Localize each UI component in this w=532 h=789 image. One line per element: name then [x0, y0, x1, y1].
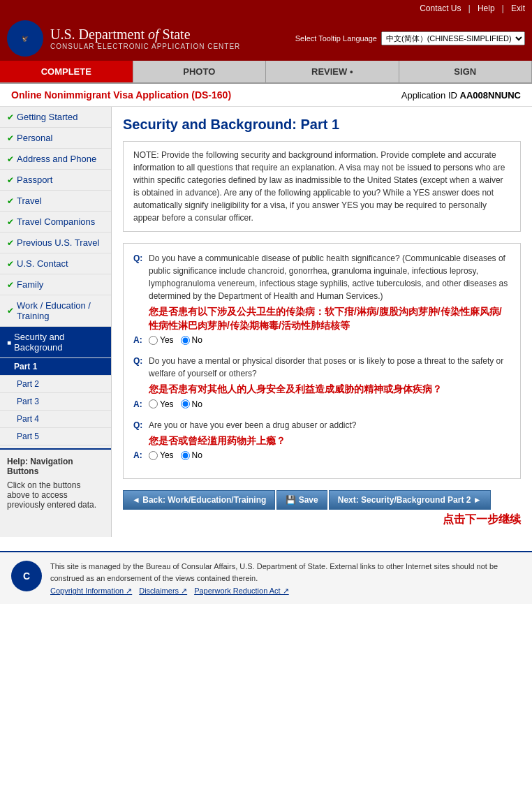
check-icon: ✔: [7, 112, 14, 122]
dept-title: U.S. Department of State CONSULAR ELECTR…: [50, 27, 240, 50]
app-id-bar: Online Nonimmigrant Visa Application (DS…: [0, 84, 532, 107]
radio-no-3[interactable]: No: [181, 450, 202, 460]
header: 🦅 U.S. Department of State CONSULAR ELEC…: [0, 16, 532, 61]
save-button[interactable]: 💾 Save: [276, 490, 327, 510]
qa-item-3: Q: Are you or have you ever been a drug …: [133, 419, 510, 461]
radio-yes-2[interactable]: Yes: [149, 399, 174, 409]
question-2: Q: Do you have a mental or physical diso…: [133, 355, 510, 380]
form-link[interactable]: Online Nonimmigrant Visa Application (DS…: [11, 89, 231, 101]
radio-yes-3[interactable]: Yes: [149, 450, 174, 460]
paperwork-link[interactable]: Paperwork Reduction Act ↗: [194, 587, 289, 596]
exit-link[interactable]: Exit: [511, 3, 525, 13]
tab-sign[interactable]: SIGN: [399, 61, 533, 82]
tab-photo[interactable]: PHOTO: [133, 61, 267, 82]
qa-section: Q: Do you have a communicable disease of…: [123, 243, 521, 479]
main-layout: ✔ Getting Started ✔ Personal ✔ Address a…: [0, 107, 532, 537]
sidebar-item-prev-us-travel[interactable]: ✔ Previous U.S. Travel: [0, 233, 111, 253]
sidebar-item-us-contact[interactable]: ✔ U.S. Contact: [0, 253, 111, 274]
check-icon: ✔: [7, 175, 14, 185]
radio-yes-1[interactable]: Yes: [149, 335, 174, 345]
sidebar-item-work-education[interactable]: ✔ Work / Education / Training: [0, 295, 111, 327]
sidebar-sub-part2[interactable]: Part 2: [0, 376, 111, 393]
check-icon: ✔: [7, 196, 14, 206]
footer: C This site is managed by the Bureau of …: [0, 551, 532, 604]
radio-no-1[interactable]: No: [181, 335, 202, 345]
sidebar-sub-part3[interactable]: Part 3: [0, 393, 111, 411]
app-id-value: AA008NNUNC: [460, 90, 521, 101]
sidebar-item-travel-companions[interactable]: ✔ Travel Companions: [0, 212, 111, 233]
question-1: Q: Do you have a communicable disease of…: [133, 252, 510, 302]
check-icon: ✔: [7, 259, 14, 269]
tooltip-1: 您是否患有以下涉及公共卫生的传染病：软下疳/淋病/腹股沟肉芽肿/传染性麻风病/性…: [149, 305, 510, 332]
copyright-link[interactable]: Copyright Information ↗: [50, 587, 132, 596]
sidebar-sub-part5[interactable]: Part 5: [0, 428, 111, 445]
radio-no-2[interactable]: No: [181, 399, 202, 409]
footer-seal: C: [11, 561, 42, 591]
language-dropdown[interactable]: 中文(简体）(CHINESE-SIMPLIFIED): [381, 31, 525, 45]
answer-2: A: Yes No: [133, 399, 510, 409]
dept-subtitle: CONSULAR ELECTRONIC APPLICATION CENTER: [50, 43, 240, 50]
radio-group-1[interactable]: Yes No: [149, 335, 202, 345]
square-icon: ■: [7, 339, 11, 346]
sidebar-item-travel[interactable]: ✔ Travel: [0, 191, 111, 212]
sidebar-item-family[interactable]: ✔ Family: [0, 274, 111, 295]
nav-tabs: COMPLETE PHOTO REVIEW SIGN: [0, 61, 532, 84]
check-icon: ✔: [7, 217, 14, 227]
check-icon: ✔: [7, 154, 14, 164]
language-selector[interactable]: Select Tooltip Language 中文(简体）(CHINESE-S…: [295, 31, 525, 45]
sidebar-item-getting-started[interactable]: ✔ Getting Started: [0, 107, 111, 128]
answer-1: A: Yes No: [133, 335, 510, 345]
sidebar-item-security[interactable]: ■ Security and Background: [0, 327, 111, 358]
page-title: Security and Background: Part 1: [123, 117, 521, 133]
tab-complete[interactable]: COMPLETE: [0, 61, 133, 82]
check-icon: ✔: [7, 133, 14, 143]
check-icon: ✔: [7, 238, 14, 248]
bottom-nav: ◄ Back: Work/Education/Training 💾 Save N…: [123, 490, 521, 510]
sidebar-sub-part4[interactable]: Part 4: [0, 411, 111, 428]
qa-item-2: Q: Do you have a mental or physical diso…: [133, 355, 510, 409]
sidebar-help: Help: Navigation Buttons Click on the bu…: [0, 448, 111, 517]
logo-area: 🦅 U.S. Department of State CONSULAR ELEC…: [7, 20, 240, 57]
next-button[interactable]: Next: Security/Background Part 2 ►: [329, 490, 491, 510]
top-bar: Contact Us | Help | Exit: [0, 0, 532, 16]
qa-item-1: Q: Do you have a communicable disease of…: [133, 252, 510, 345]
tooltip-3: 您是否或曾经滥用药物并上瘾？: [149, 434, 510, 448]
check-icon: ✔: [7, 306, 14, 316]
content-area: Security and Background: Part 1 NOTE: Pr…: [112, 107, 532, 537]
tab-review[interactable]: REVIEW: [266, 61, 399, 82]
question-3: Q: Are you or have you ever been a drug …: [133, 419, 510, 432]
app-id-display: Application ID AA008NNUNC: [401, 90, 521, 101]
next-hint: 点击下一步继续: [123, 513, 521, 527]
seal-icon: 🦅: [7, 20, 43, 57]
contact-us-link[interactable]: Contact Us: [420, 3, 461, 13]
sidebar: ✔ Getting Started ✔ Personal ✔ Address a…: [0, 107, 112, 537]
help-link[interactable]: Help: [478, 3, 495, 13]
footer-links: Copyright Information ↗ Disclaimers ↗ Pa…: [50, 587, 521, 596]
disclaimers-link[interactable]: Disclaimers ↗: [139, 587, 187, 596]
check-icon: ✔: [7, 280, 14, 290]
sidebar-item-address-phone[interactable]: ✔ Address and Phone: [0, 149, 111, 170]
radio-group-2[interactable]: Yes No: [149, 399, 202, 409]
tooltip-2: 您是否患有对其他人的人身安全及利益造成威胁的精神或身体疾病？: [149, 383, 510, 397]
sidebar-item-personal[interactable]: ✔ Personal: [0, 128, 111, 149]
note-box: NOTE: Provide the following security and…: [123, 141, 521, 232]
sidebar-item-passport[interactable]: ✔ Passport: [0, 170, 111, 191]
back-button[interactable]: ◄ Back: Work/Education/Training: [123, 490, 275, 510]
answer-3: A: Yes No: [133, 450, 510, 460]
radio-group-3[interactable]: Yes No: [149, 450, 202, 460]
footer-content: This site is managed by the Bureau of Co…: [50, 561, 521, 596]
sidebar-sub-part1[interactable]: Part 1: [0, 358, 111, 376]
